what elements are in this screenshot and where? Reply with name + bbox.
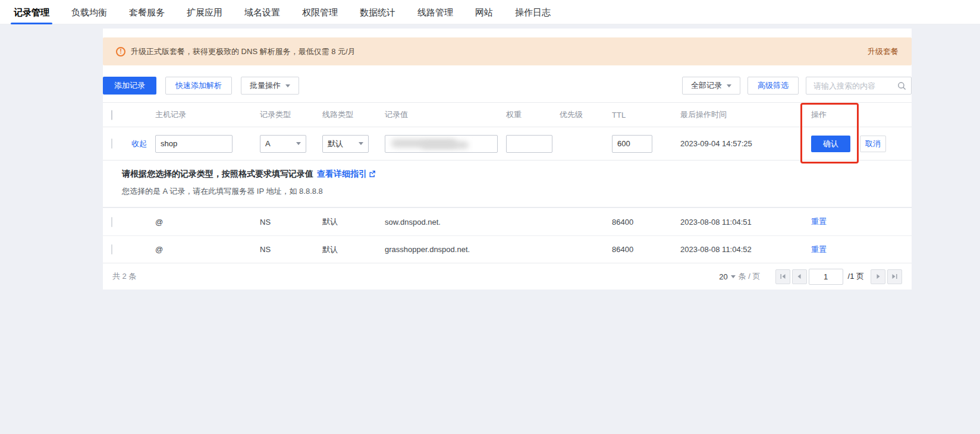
cell-value: grasshopper.dnspod.net. (380, 245, 501, 254)
tab-label: 扩展应用 (187, 7, 222, 17)
prev-page-button[interactable] (792, 269, 807, 284)
prev-page-icon (796, 273, 802, 279)
next-page-icon (875, 273, 881, 279)
upgrade-plan-link[interactable]: 升级套餐 (868, 46, 899, 57)
tab-label: 线路管理 (417, 7, 453, 17)
toolbar: 添加记录 快速添加解析 批量操作 全部记录 高级筛选 (103, 77, 912, 95)
host-record-input[interactable] (155, 135, 233, 153)
record-filter-dropdown[interactable]: 全部记录 (682, 77, 740, 95)
header-last-op-time: 最后操作时间 (676, 109, 806, 120)
toolbar-right: 全部记录 高级筛选 (682, 77, 912, 95)
cell-type: NS (255, 245, 318, 254)
reset-link[interactable]: 重置 (811, 217, 827, 226)
tab-label: 记录管理 (14, 7, 49, 17)
row-checkbox[interactable] (111, 139, 112, 149)
cell-ttl: 86400 (607, 245, 676, 254)
tab-label: 域名设置 (244, 7, 280, 17)
tab-item[interactable]: 域名设置 (241, 0, 283, 24)
cell-last-op-time: 2023-08-08 11:04:51 (676, 218, 806, 227)
last-page-icon (891, 273, 898, 279)
quick-add-button[interactable]: 快速添加解析 (165, 77, 232, 95)
tab-label: 权限管理 (302, 7, 338, 17)
pagination-controls: 20 条 / 页 /1 页 (719, 269, 902, 285)
header-ttl: TTL (607, 111, 676, 119)
cell-ttl: 86400 (607, 218, 676, 227)
record-value-input-blurred[interactable] (385, 135, 498, 153)
last-page-button[interactable] (887, 269, 902, 284)
header-line: 线路类型 (318, 109, 380, 120)
row-checkbox[interactable] (111, 217, 112, 227)
ttl-input[interactable] (612, 135, 652, 153)
page-size-value: 20 (719, 272, 727, 281)
header-priority: 优先级 (555, 109, 607, 120)
page-size-dropdown[interactable]: 20 条 / 页 (719, 271, 760, 282)
header-value: 记录值 (380, 109, 501, 120)
cancel-button[interactable]: 取消 (860, 136, 886, 152)
collapse-link[interactable]: 收起 (131, 139, 147, 148)
blurred-content (421, 141, 469, 149)
chevron-down-icon (359, 142, 363, 145)
edit-row-time: 2023-09-04 14:57:25 (676, 139, 806, 148)
search-input[interactable] (812, 81, 897, 91)
first-page-icon (780, 273, 786, 279)
banner-message: 升级正式版套餐，获得更极致的 DNS 解析服务，最低仅需 8 元/月 (131, 46, 868, 57)
advanced-filter-button[interactable]: 高级筛选 (747, 77, 799, 95)
help-guide-link[interactable]: 查看详细指引 (317, 169, 367, 178)
cell-type: NS (255, 218, 318, 227)
chevron-down-icon (296, 142, 301, 145)
tab-item[interactable]: 记录管理 (11, 0, 52, 24)
total-pages-label: /1 页 (848, 271, 864, 282)
header-type: 记录类型 (255, 109, 318, 120)
tab-label: 网站 (475, 7, 493, 17)
records-table: 主机记录 记录类型 线路类型 记录值 权重 优先级 TTL 最后操作时间 操作 … (103, 102, 912, 290)
tab-label: 套餐服务 (129, 7, 165, 17)
warning-circle-icon: ! (116, 47, 125, 56)
first-page-button[interactable] (775, 269, 790, 284)
tab-item[interactable]: 扩展应用 (184, 0, 225, 24)
record-type-value: A (265, 139, 271, 148)
page-number-input[interactable] (809, 269, 843, 285)
chevron-down-icon (285, 84, 290, 87)
tab-item[interactable]: 套餐服务 (126, 0, 168, 24)
cell-value: sow.dnspod.net. (380, 218, 501, 227)
page-size-unit: 条 / 页 (739, 271, 761, 282)
tab-item[interactable]: 线路管理 (414, 0, 456, 24)
tab-item[interactable]: 操作日志 (512, 0, 554, 24)
batch-operation-dropdown[interactable]: 批量操作 (241, 77, 299, 95)
row-checkbox[interactable] (111, 244, 112, 254)
header-operation: 操作 (806, 109, 912, 120)
header-host: 主机记录 (150, 109, 255, 120)
toolbar-left: 添加记录 快速添加解析 批量操作 (103, 77, 299, 95)
record-row: @ NS 默认 sow.dnspod.net. 86400 2023-08-08… (103, 207, 912, 235)
tab-item[interactable]: 网站 (472, 0, 496, 24)
cell-line: 默认 (318, 216, 380, 227)
cell-host: @ (150, 218, 255, 227)
batch-operation-label: 批量操作 (250, 80, 281, 91)
tab-item[interactable]: 负载均衡 (68, 0, 110, 24)
select-all-checkbox[interactable] (111, 110, 112, 120)
help-detail-text: 您选择的是 A 记录，请在此填写服务器 IP 地址，如 8.8.8.8 (122, 186, 912, 197)
record-row: @ NS 默认 grasshopper.dnspod.net. 86400 20… (103, 235, 912, 263)
tab-item[interactable]: 数据统计 (357, 0, 398, 24)
line-type-select[interactable]: 默认 (322, 135, 369, 153)
record-help-panel: 请根据您选择的记录类型，按照格式要求填写记录值查看详细指引 您选择的是 A 记录… (103, 160, 912, 207)
cell-last-op-time: 2023-08-08 11:04:52 (676, 245, 806, 254)
table-footer: 共 2 条 20 条 / 页 /1 页 (103, 263, 912, 290)
reset-link[interactable]: 重置 (811, 245, 827, 254)
confirm-button[interactable]: 确认 (811, 136, 850, 152)
table-header-row: 主机记录 记录类型 线路类型 记录值 权重 优先级 TTL 最后操作时间 操作 (103, 102, 912, 127)
record-type-select[interactable]: A (260, 135, 306, 153)
edit-row: 收起 A 默认 (103, 127, 912, 160)
header-weight: 权重 (501, 109, 555, 120)
chevron-down-icon (727, 84, 731, 87)
tab-label: 操作日志 (515, 7, 551, 17)
tab-item[interactable]: 权限管理 (299, 0, 341, 24)
add-record-button[interactable]: 添加记录 (103, 77, 156, 95)
next-page-button[interactable] (871, 269, 885, 284)
external-link-icon (369, 170, 376, 177)
total-count-label: 共 2 条 (112, 271, 136, 282)
line-type-value: 默认 (328, 139, 343, 149)
weight-input[interactable] (506, 135, 552, 153)
content-card: ! 升级正式版套餐，获得更极致的 DNS 解析服务，最低仅需 8 元/月 升级套… (103, 29, 912, 290)
search-box (806, 77, 912, 95)
